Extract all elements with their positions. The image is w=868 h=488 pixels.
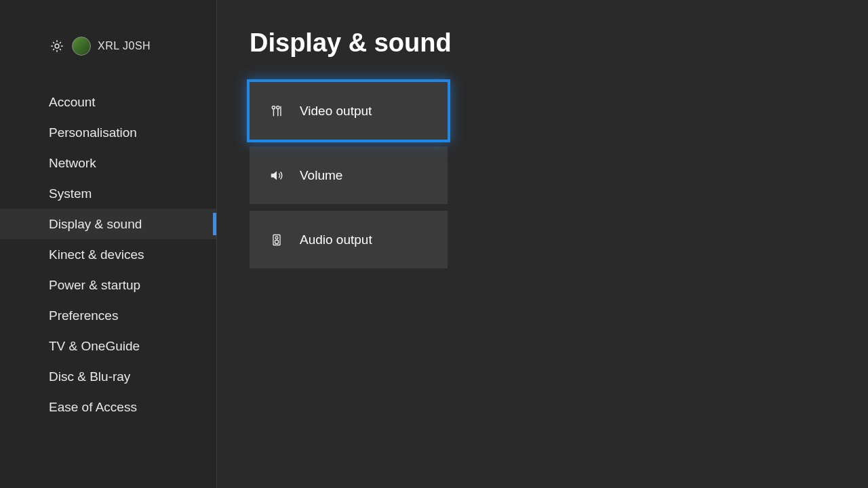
svg-point-1 (272, 106, 275, 108)
sidebar-item-label: Display & sound (49, 217, 142, 232)
svg-point-2 (277, 106, 279, 108)
sidebar-item-tv-oneguide[interactable]: TV & OneGuide (0, 331, 216, 361)
svg-point-4 (275, 236, 278, 239)
sidebar-item-label: TV & OneGuide (49, 339, 140, 354)
sidebar-item-label: System (49, 186, 92, 201)
sidebar-item-personalisation[interactable]: Personalisation (0, 117, 216, 148)
sidebar-item-label: Preferences (49, 308, 118, 323)
sidebar-item-power-startup[interactable]: Power & startup (0, 270, 216, 300)
tile-label: Volume (300, 168, 342, 183)
sidebar-item-label: Ease of Access (49, 400, 137, 415)
main-panel: Display & sound Video output (217, 0, 868, 488)
gamertag: XRL J0SH (98, 40, 151, 52)
sidebar-item-account[interactable]: Account (0, 87, 216, 117)
svg-point-0 (55, 44, 59, 48)
sidebar-item-label: Account (49, 95, 96, 110)
settings-sidebar: XRL J0SH Account Personalisation Network… (0, 0, 217, 488)
sidebar-item-label: Disc & Blu-ray (49, 369, 130, 384)
sidebar-item-disc-bluray[interactable]: Disc & Blu-ray (0, 361, 216, 392)
sidebar-item-label: Personalisation (49, 125, 137, 140)
page-title: Display & sound (250, 28, 835, 58)
av-cable-icon (269, 104, 285, 119)
speaker-icon (269, 168, 285, 183)
tile-volume[interactable]: Volume (250, 146, 448, 204)
settings-nav: Account Personalisation Network System D… (0, 87, 216, 422)
sidebar-item-label: Kinect & devices (49, 247, 144, 262)
tile-audio-output[interactable]: Audio output (250, 211, 448, 268)
sidebar-item-preferences[interactable]: Preferences (0, 300, 216, 331)
sidebar-item-ease-of-access[interactable]: Ease of Access (0, 392, 216, 422)
sidebar-item-network[interactable]: Network (0, 148, 216, 178)
gear-icon (49, 38, 65, 54)
sidebar-item-system[interactable]: System (0, 178, 216, 209)
sidebar-item-label: Power & startup (49, 278, 140, 293)
audio-jack-icon (269, 232, 285, 247)
avatar (72, 37, 91, 56)
svg-point-5 (275, 240, 278, 243)
sidebar-item-display-sound[interactable]: Display & sound (0, 209, 216, 239)
sidebar-item-kinect-devices[interactable]: Kinect & devices (0, 239, 216, 270)
tile-video-output[interactable]: Video output (250, 82, 448, 140)
tile-label: Video output (300, 104, 372, 119)
settings-tile-list: Video output Volume Audio output (250, 82, 448, 268)
sidebar-item-label: Network (49, 156, 96, 171)
tile-label: Audio output (300, 232, 372, 247)
profile-row: XRL J0SH (0, 33, 216, 60)
